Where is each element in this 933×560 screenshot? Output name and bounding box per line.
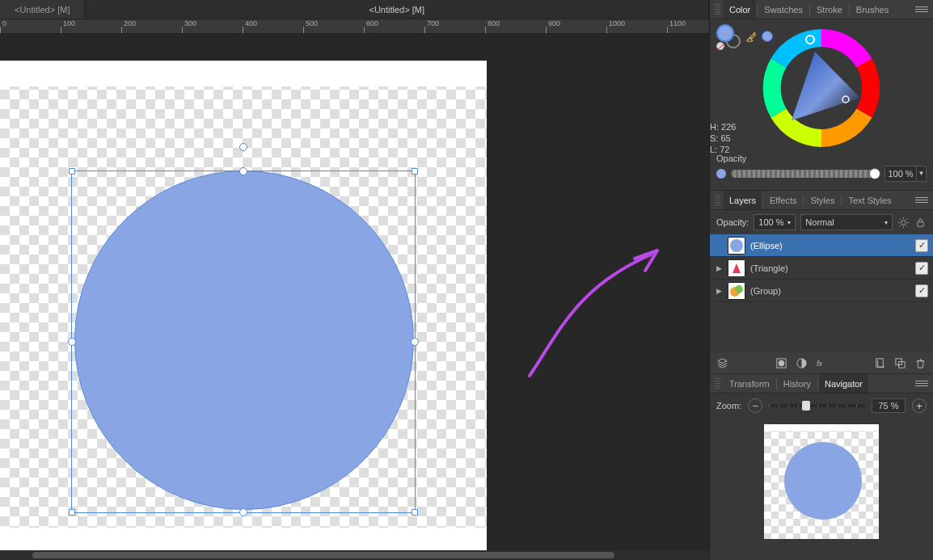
tab-effects[interactable]: Effects [764,191,802,209]
handle-e[interactable] [411,338,419,346]
layer-thumbnail [728,259,745,277]
opacity-slider[interactable] [731,170,880,178]
tab-transform[interactable]: Transform [724,374,775,393]
ruler-tick: 1100 [667,19,709,33]
opacity-value-text: 100 % [885,166,916,181]
trash-icon[interactable] [914,357,927,369]
tab-history[interactable]: History [778,374,817,393]
layer-opacity-value: 100 % [758,217,783,227]
svg-text:fx: fx [816,360,822,368]
horizontal-scrollbar-thumb[interactable] [32,552,614,558]
svg-rect-10 [876,358,883,366]
navigator-preview[interactable] [710,418,933,560]
fx-icon[interactable]: fx [816,357,828,369]
ruler-tick: 0 [0,19,61,33]
zoom-slider-handle[interactable] [802,401,810,411]
eyedropper-icon[interactable] [745,31,757,42]
svg-point-2 [901,220,906,225]
handle-n[interactable] [239,167,247,175]
fill-stroke-selector[interactable] [716,24,741,48]
tab-styles[interactable]: Styles [804,191,840,209]
chevron-down-icon[interactable]: ▼ [916,166,926,181]
tab-text-styles[interactable]: Text Styles [842,191,897,209]
opacity-slider-handle[interactable] [869,168,880,179]
navigator-panel-tabs: Transform History Navigator [710,374,933,394]
layers-stack-icon[interactable] [716,357,728,369]
add-layer-icon[interactable] [874,357,886,369]
panel-menu-icon[interactable] [915,194,928,207]
zoom-out-button[interactable]: − [748,398,762,413]
hsl-readout: H: 226 S: 65 L: 72 [710,121,736,155]
disclosure-icon[interactable]: ▶ [715,287,723,295]
layer-row-triangle[interactable]: ▶ (Triangle) ✓ [710,257,933,280]
none-color-icon[interactable] [716,42,724,50]
color-panel: H: 226 S: 65 L: 72 [710,19,933,191]
blend-mode-dropdown[interactable]: Normal▾ [800,214,893,230]
layer-list: (Ellipse) ✓ ▶ (Triangle) ✓ ▶ (Gr [710,234,933,352]
layer-thumbnail [728,282,745,300]
panel-grip-icon[interactable] [715,378,720,389]
handle-w[interactable] [68,338,76,346]
handle-se[interactable] [412,509,418,516]
horizontal-scrollbar[interactable] [0,550,709,560]
handle-sw[interactable] [69,509,75,516]
ruler-tick: 100 [61,19,121,33]
document-tab-2[interactable]: <Untitled> [M] [85,0,709,19]
opacity-label: Opacity [716,154,927,163]
layer-row-ellipse[interactable]: (Ellipse) ✓ [710,234,933,257]
blend-mode-value: Normal [805,217,834,227]
navigator-panel: Zoom: − 75 % + [710,394,933,560]
panel-grip-icon[interactable] [715,195,720,206]
adjustment-icon[interactable] [796,357,808,369]
navigator-thumbnail [764,424,879,539]
tab-stroke[interactable]: Stroke [811,0,848,19]
layer-name-label[interactable]: (Ellipse) [750,241,910,251]
fill-swatch[interactable] [716,24,734,42]
layers-panel: Opacity: 100 %▾ Normal▾ (Ellipse) ✓ [710,210,933,374]
hue-value: 226 [721,122,736,132]
handle-ne[interactable] [412,168,418,175]
tab-navigator[interactable]: Navigator [819,374,868,393]
sat-label: S: [710,133,718,143]
side-panels: Color Swatches Stroke Brushes H: 226 S: … [709,0,933,560]
color-wheel[interactable] [761,27,882,149]
opacity-value-field[interactable]: 100 % ▼ [884,166,927,182]
visibility-checkbox[interactable]: ✓ [915,262,928,275]
horizontal-ruler: 010020030040050060070080090010001100 [0,19,709,34]
panel-menu-icon[interactable] [915,377,928,390]
layer-name-label[interactable]: (Group) [750,286,910,296]
canvas-viewport[interactable] [0,34,709,560]
tab-brushes[interactable]: Brushes [851,0,894,19]
tab-swatches[interactable]: Swatches [758,0,808,19]
annotation-arrow [505,230,699,392]
layer-row-group[interactable]: ▶ (Group) ✓ [710,280,933,302]
gear-icon[interactable] [897,217,910,229]
selection-bounding-box[interactable] [71,171,416,513]
layer-thumbnail [728,237,745,255]
zoom-in-button[interactable]: + [912,398,927,413]
handle-s[interactable] [239,508,247,516]
ruler-tick: 300 [182,19,243,33]
handle-nw[interactable] [69,168,75,175]
layer-name-label[interactable]: (Triangle) [750,263,910,273]
panel-grip-icon[interactable] [715,4,720,15]
panel-menu-icon[interactable] [915,3,928,16]
tab-layers[interactable]: Layers [724,191,762,209]
lock-icon[interactable] [914,217,927,229]
disclosure-icon[interactable]: ▶ [715,264,723,272]
document-tab-1[interactable]: <Untitled> [M] [0,0,85,19]
visibility-checkbox[interactable]: ✓ [915,239,928,252]
tab-color[interactable]: Color [724,0,756,19]
zoom-slider[interactable] [769,404,865,407]
ruler-tick: 900 [546,19,606,33]
artboard [0,61,487,552]
lum-value: 72 [720,145,729,154]
navigator-ellipse [784,442,862,520]
mask-icon[interactable] [775,357,787,369]
zoom-value-field[interactable]: 75 % [872,398,906,413]
visibility-checkbox[interactable]: ✓ [915,284,928,297]
rotate-handle[interactable] [239,143,247,151]
duplicate-icon[interactable] [894,357,906,369]
layer-opacity-field[interactable]: 100 %▾ [754,214,796,230]
sat-value: 65 [720,133,730,143]
